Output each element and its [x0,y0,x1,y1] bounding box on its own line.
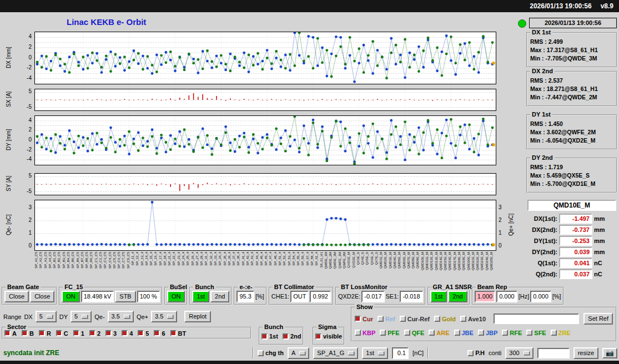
show-qfe-item: QFE [404,330,425,336]
interval-select[interactable]: 300 [505,347,533,359]
sector-4-checkbox[interactable] [122,330,128,336]
bunch-2nd-button[interactable]: 2nd [210,291,229,302]
gr-a1-snsr-group: GR_A1 SNSR 1st 2nd [427,287,470,305]
ph-checkbox[interactable] [467,350,474,356]
beam-gate-close-button-1[interactable]: Close [4,291,29,302]
cur-ref-checkbox[interactable] [400,316,406,322]
dx-plot-row: DX [mm] 420-2-4 [4,32,514,83]
selected-monitor-panel: QMD10E_M DX(1st):-1.497mm DX(2nd):-0.737… [526,200,617,280]
sector-r-checkbox[interactable] [39,330,45,336]
beam-rep-pct-unit: [%] [552,293,561,300]
beam-rep-display-3: 0.000 [530,291,551,302]
rfe-checkbox[interactable] [502,330,508,336]
show-row-2: KBP PFE QFE ARE JBE JBP RFE SFE ZRE [355,326,613,340]
fc15-group: FC_15 ON 18.498 kV STB 100 % [59,287,163,305]
threshold-unit: [nC] [412,350,424,356]
qfe-checkbox[interactable] [404,330,410,336]
sigma-visible-checkbox[interactable] [315,333,321,340]
monitor-row: Q(1st):0.041nC [526,257,617,269]
range-qe-minus-label: Qe- [94,314,104,320]
bunch-select-group: Bunch 1st 2nd [189,287,232,305]
sfe-checkbox[interactable] [526,330,532,336]
show-group: Show Cur Ref Cur-Ref Gold Ave10 Set Ref … [351,307,617,342]
bunch-1st-button[interactable]: 1st [192,291,209,302]
sector-c-checkbox[interactable] [56,330,62,336]
sy-y-ticks: 5-5 [13,173,33,194]
busel-on-button[interactable]: ON [167,291,185,302]
che1-status-display: OUT [290,291,309,302]
resize-button[interactable]: resize [573,347,598,359]
window-title-bar: 2026/01/13 19:00:56 v8.9 [0,0,619,12]
are-checkbox[interactable] [429,330,435,336]
data-timestamp: 2026/01/13 19:00:56 [529,18,617,28]
qe-plus-axis-label: Qe+ [nC] [507,200,515,250]
sector-1-checkbox[interactable] [73,330,79,336]
sy-plot [34,173,496,195]
sector-6-checkbox[interactable] [154,330,160,336]
sigma-group: Sigma visible [313,327,345,345]
bunch-2nd-checkbox[interactable] [283,333,289,340]
qxd2e-label: QXD2E: [338,293,360,300]
sector-2-item: 2 [89,330,100,337]
screenshot-camera-button[interactable]: 📷 [602,348,617,358]
range-qe-minus-select[interactable]: 3.5 [108,311,134,322]
ref-file-input[interactable] [494,314,579,324]
set-ref-button[interactable]: Set Ref [583,313,613,325]
sector-a-checkbox[interactable] [4,330,11,336]
max-value: Max : 17.317@S8_61_H1 [530,46,616,54]
range-dx-select[interactable]: 5 [36,311,57,322]
range-dy-select[interactable]: 5 [71,311,92,322]
che1-label: CHE1: [271,293,289,300]
ref-checkbox[interactable] [378,316,384,322]
dx-2nd-readout: -0.737 [559,225,592,235]
busel-group: BuSel ON [164,287,188,305]
gold-checkbox[interactable] [434,316,440,322]
range-row: Range DX 5 DY 5 Qe- 3.5 Qe+ 3.5 Replot [3,311,211,322]
ave10-checkbox[interactable] [460,316,466,322]
bunch-1st-checkbox[interactable] [261,333,268,340]
jbe-checkbox[interactable] [454,330,460,336]
sector-3-checkbox[interactable] [105,330,112,336]
sector-2-checkbox[interactable] [89,330,95,336]
replot-button[interactable]: Replot [184,311,211,322]
cur-checkbox[interactable] [355,316,361,322]
sector-b-item: B [22,330,34,337]
titlebar-datetime: 2026/01/13 19:00:56 [530,2,591,10]
chg-th-checkbox[interactable] [258,350,264,356]
zre-checkbox[interactable] [551,330,557,336]
sector-select[interactable]: A [288,347,309,359]
interval-input[interactable] [537,348,570,358]
range-qe-plus-select[interactable]: 3.5 [151,311,177,322]
monitor-row: DX(1st):-1.497mm [526,213,617,224]
dx-2nd-stats-title: DX 2nd [530,68,555,74]
snsr-1st-button[interactable]: 1st [430,291,447,302]
charge-plot [34,200,496,251]
rms-value: RMS : 1.450 [530,120,616,128]
dx-axis-label: DX [mm] [4,32,13,83]
dropdown-indicator-icon [299,351,305,355]
dy-1st-stats-title: DY 1st [530,111,552,118]
device-select[interactable]: SP_A1_G [313,347,358,359]
kbp-checkbox[interactable] [355,330,361,336]
status-control-row: Beam Gate Close Close FC_15 ON 18.498 kV… [2,287,618,305]
page-title: Linac KEKB e- Orbit [67,17,146,27]
rms-value: RMS : 2.499 [530,38,616,46]
sector-1-item: 1 [73,330,84,337]
sector-b-checkbox[interactable] [22,330,28,336]
pfe-checkbox[interactable] [380,330,386,336]
sector-3-item: 3 [105,330,117,337]
beam-gate-close-button-2[interactable]: Close [30,291,54,302]
dy-plot-row: DY [mm] 420-2-4 [4,115,514,164]
fc15-stb-button[interactable]: STB [115,291,135,302]
dx-y-ticks: 420-2-4 [13,32,33,83]
sector-5-checkbox[interactable] [138,330,144,336]
qxd2e-loss-display: -0.017 [361,291,384,302]
dy-y-ticks: 420-2-4 [13,115,33,164]
jbp-checkbox[interactable] [478,330,484,336]
collimator-value-display: 0.992 [310,291,331,302]
fc15-on-button[interactable]: ON [62,291,80,302]
sector-bt-checkbox[interactable] [170,330,177,336]
snsr-2nd-button[interactable]: 2nd [448,291,467,302]
bunch-select[interactable]: 1st [362,347,388,359]
max-value: Max : 18.271@S8_61_H1 [530,85,616,93]
